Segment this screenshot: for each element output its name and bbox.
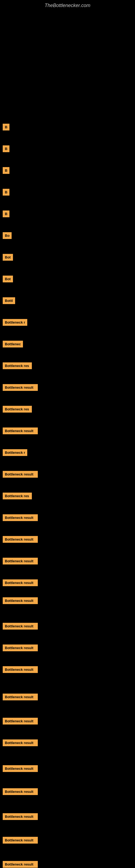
bottleneck-item-3: B [3, 167, 9, 174]
bottleneck-item-30: Bottleneck result [3, 765, 38, 772]
bottleneck-item-6: Bo [3, 232, 12, 239]
bottleneck-item-26: Bottleneck result [3, 666, 38, 673]
bottleneck-item-27: Bottleneck result [3, 693, 38, 701]
bottleneck-item-33: Bottleneck result [3, 837, 38, 844]
bottleneck-item-34: Bottleneck result [3, 861, 38, 868]
bottleneck-item-1: B [3, 124, 9, 130]
bottleneck-item-2: B [3, 145, 9, 152]
bottleneck-item-10: Bottleneck r [3, 319, 27, 326]
bottleneck-item-7: Bot [3, 254, 13, 261]
bottleneck-item-25: Bottleneck result [3, 645, 38, 651]
bottleneck-item-19: Bottleneck result [3, 514, 38, 521]
bottleneck-item-4: B [3, 189, 9, 195]
bottleneck-item-21: Bottleneck result [3, 558, 38, 564]
bottleneck-item-16: Bottleneck r [3, 449, 27, 456]
bottleneck-item-29: Bottleneck result [3, 739, 38, 746]
bottleneck-item-12: Bottleneck res [3, 362, 32, 369]
bottleneck-item-14: Bottleneck res [3, 406, 32, 412]
bottleneck-item-32: Bottleneck result [3, 813, 38, 820]
bottleneck-item-15: Bottleneck result [3, 428, 38, 434]
bottleneck-item-20: Bottleneck result [3, 536, 38, 543]
items-wrapper: BBBBBBoBotBotBottlBottleneck rBottlenecB… [0, 10, 135, 864]
bottleneck-item-17: Bottleneck result [3, 471, 38, 478]
bottleneck-item-18: Bottleneck res [3, 493, 32, 499]
bottleneck-item-22: Bottleneck result [3, 579, 38, 586]
bottleneck-item-28: Bottleneck result [3, 718, 38, 724]
bottleneck-item-11: Bottlenec [3, 341, 23, 347]
bottleneck-item-23: Bottleneck result [3, 597, 38, 604]
bottleneck-item-8: Bot [3, 276, 13, 282]
bottleneck-item-5: B [3, 211, 9, 217]
site-title: TheBottlenecker.com [0, 0, 135, 10]
bottleneck-item-31: Bottleneck result [3, 788, 38, 795]
bottleneck-item-24: Bottleneck result [3, 623, 38, 629]
bottleneck-item-13: Bottleneck result [3, 384, 38, 391]
bottleneck-item-9: Bottl [3, 297, 15, 304]
